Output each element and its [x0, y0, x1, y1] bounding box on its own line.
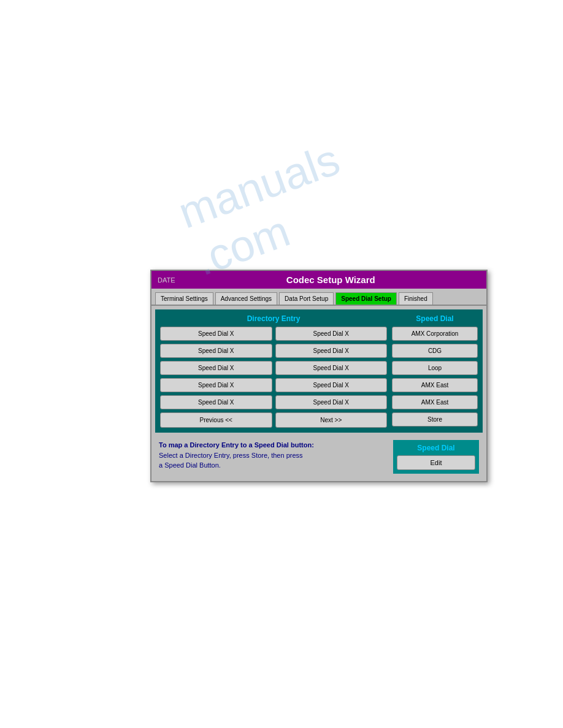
dir-btn-3[interactable]: Speed Dial X — [160, 344, 272, 358]
dir-btn-8[interactable]: Speed Dial X — [275, 378, 388, 392]
nav-row: Previous << Next >> — [160, 412, 387, 428]
speed-dial-panel-title: Speed Dial — [392, 314, 478, 323]
speed-dial-edit-panel: Speed Dial Edit — [393, 440, 479, 474]
instruction-line1: To map a Directory Entry to a Speed Dial… — [159, 440, 388, 450]
tab-terminal-settings[interactable]: Terminal Settings — [155, 292, 213, 305]
sd-item-5[interactable]: AMX East — [392, 395, 478, 409]
speed-dial-edit-title: Speed Dial — [417, 444, 454, 452]
sd-item-3[interactable]: Loop — [392, 361, 478, 375]
tab-finished[interactable]: Finished — [399, 292, 433, 305]
dir-btn-4[interactable]: Speed Dial X — [275, 344, 388, 358]
previous-button[interactable]: Previous << — [160, 412, 272, 428]
store-button[interactable]: Store — [392, 412, 478, 427]
dir-btn-9[interactable]: Speed Dial X — [160, 395, 272, 409]
dir-btn-10[interactable]: Speed Dial X — [275, 395, 388, 409]
dir-btn-1[interactable]: Speed Dial X — [160, 327, 272, 341]
main-content: Directory Entry Speed Dial X Speed Dial … — [155, 309, 483, 433]
directory-panel: Directory Entry Speed Dial X Speed Dial … — [160, 314, 387, 428]
dialog-title: Codec Setup Wizard — [182, 275, 480, 285]
dialog-wrapper: DATE Codec Setup Wizard Terminal Setting… — [150, 270, 488, 482]
tab-speed-dial-setup[interactable]: Speed Dial Setup — [335, 292, 397, 305]
directory-grid: Speed Dial X Speed Dial X Speed Dial X S… — [160, 327, 387, 409]
next-button[interactable]: Next >> — [275, 412, 388, 428]
dir-btn-6[interactable]: Speed Dial X — [275, 361, 388, 375]
watermark: manuals.com — [172, 134, 363, 285]
tabs-bar: Terminal Settings Advanced Settings Data… — [151, 289, 486, 306]
speed-dial-panel: Speed Dial AMX Corporation CDG Loop AMX … — [392, 314, 478, 428]
speed-dial-list: AMX Corporation CDG Loop AMX East AMX Ea… — [392, 327, 478, 427]
tab-data-port-setup[interactable]: Data Port Setup — [279, 292, 334, 305]
edit-button[interactable]: Edit — [397, 455, 475, 470]
dir-btn-5[interactable]: Speed Dial X — [160, 361, 272, 375]
bottom-area: To map a Directory Entry to a Speed Dial… — [155, 436, 483, 477]
sd-item-1[interactable]: AMX Corporation — [392, 327, 478, 341]
sd-item-2[interactable]: CDG — [392, 344, 478, 358]
instruction-line2: Select a Directory Entry, press Store, t… — [159, 450, 388, 471]
dir-btn-7[interactable]: Speed Dial X — [160, 378, 272, 392]
directory-panel-title: Directory Entry — [160, 314, 387, 323]
tab-advanced-settings[interactable]: Advanced Settings — [215, 292, 277, 305]
sd-item-4[interactable]: AMX East — [392, 378, 478, 392]
title-bar: DATE Codec Setup Wizard — [151, 271, 486, 289]
date-label: DATE — [158, 276, 175, 284]
dir-btn-2[interactable]: Speed Dial X — [275, 327, 388, 341]
instructions: To map a Directory Entry to a Speed Dial… — [159, 440, 388, 471]
